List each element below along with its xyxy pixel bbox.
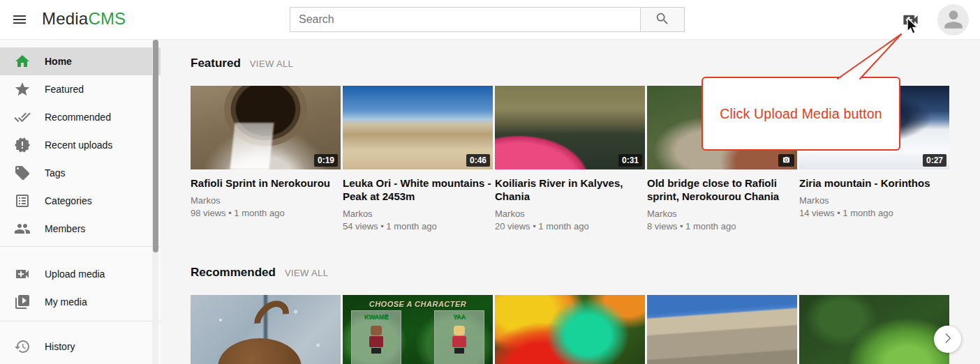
hamburger-menu-button[interactable]: [10, 10, 29, 30]
media-meta: 14 views • 1 month ago: [799, 207, 949, 220]
chevron-right-icon: [941, 331, 955, 347]
history-icon: [14, 338, 31, 355]
media-card[interactable]: CHOOSE A CHARACTER KWAME Selected YAA Se…: [343, 295, 493, 364]
app-logo[interactable]: MediaCMS: [42, 9, 126, 29]
duration-badge: 0:31: [618, 154, 642, 167]
done-all-icon: [14, 109, 31, 126]
home-icon: [14, 53, 31, 70]
members-icon: [14, 220, 31, 237]
pumpkin-stem-shape: [247, 295, 296, 343]
media-card[interactable]: 0:31 Koiliaris River in Kalyves, Chania …: [495, 86, 645, 233]
media-card[interactable]: 0:19 Rafioli Sprint in Nerokourou Markos…: [191, 86, 341, 233]
menu-icon: [11, 11, 28, 30]
upload-hint-tooltip: Click Upload Media button: [701, 77, 900, 151]
video-thumbnail[interactable]: [191, 295, 341, 364]
upload-media-button[interactable]: [900, 10, 921, 30]
sidebar: Home Featured Recommended Recent uploads…: [0, 40, 161, 364]
media-author[interactable]: Markos: [191, 195, 341, 207]
top-bar: MediaCMS: [0, 0, 980, 40]
character-sprite: [369, 326, 384, 354]
star-icon: [14, 81, 31, 98]
sidebar-scrollbar-thumb[interactable]: [153, 40, 158, 252]
sidebar-scrollbar-track[interactable]: [152, 40, 158, 364]
media-meta: 20 views • 1 month ago: [495, 220, 645, 233]
section-title: Recommended: [191, 266, 276, 280]
person-icon: [940, 6, 967, 36]
sidebar-item-label: Members: [45, 223, 85, 234]
featured-section-heading: Featured VIEW ALL: [191, 56, 293, 70]
sidebar-item-categories[interactable]: Categories: [0, 187, 161, 215]
media-author[interactable]: Markos: [495, 208, 645, 220]
categories-icon: [14, 192, 31, 209]
video-thumbnail[interactable]: [647, 295, 797, 364]
media-meta: 54 views • 1 month ago: [343, 220, 493, 233]
media-author[interactable]: Markos: [343, 208, 493, 220]
media-title[interactable]: Ziria mountain - Korinthos: [799, 176, 949, 190]
sidebar-item-featured[interactable]: Featured: [0, 75, 161, 103]
duration-badge: 0:27: [923, 154, 946, 167]
video-thumbnail[interactable]: CHOOSE A CHARACTER KWAME Selected YAA Se…: [343, 295, 493, 364]
recommended-view-all-link[interactable]: VIEW ALL: [285, 268, 328, 278]
video-thumbnail[interactable]: [495, 295, 645, 364]
video-call-icon: [901, 21, 920, 31]
upload-media-icon: [14, 266, 31, 282]
featured-view-all-link[interactable]: VIEW ALL: [250, 59, 293, 69]
video-thumbnail[interactable]: 0:31: [495, 86, 645, 169]
search-input[interactable]: [290, 7, 640, 32]
user-avatar[interactable]: [937, 4, 969, 36]
tag-icon: [14, 165, 31, 181]
video-thumbnail[interactable]: 0:19: [191, 86, 341, 169]
media-card[interactable]: [799, 295, 949, 364]
recommended-section-heading: Recommended VIEW ALL: [191, 266, 328, 280]
media-title[interactable]: Koiliaris River in Kalyves, Chania: [495, 176, 645, 203]
sidebar-item-home[interactable]: Home: [0, 47, 161, 75]
duration-badge: 0:46: [466, 154, 490, 167]
sidebar-item-label: History: [45, 341, 75, 352]
sidebar-item-members[interactable]: Members: [0, 215, 161, 243]
media-card[interactable]: [647, 295, 797, 364]
sidebar-item-my-media[interactable]: My media: [0, 288, 161, 316]
sidebar-item-label: My media: [45, 296, 87, 308]
character-name: KWAME: [352, 313, 401, 320]
sidebar-item-history[interactable]: History: [0, 333, 161, 361]
media-card[interactable]: 0:46 Leuka Ori - White mountains - Peak …: [343, 86, 493, 233]
media-meta: 98 views • 1 month ago: [191, 207, 341, 220]
sidebar-item-label: Home: [45, 56, 72, 67]
carousel-next-button[interactable]: [934, 326, 961, 353]
media-card[interactable]: [495, 295, 645, 364]
search-button[interactable]: [640, 7, 685, 32]
media-card[interactable]: [191, 295, 341, 364]
sidebar-item-label: Recent uploads: [45, 139, 112, 151]
video-thumbnail[interactable]: [799, 295, 949, 364]
media-meta: 8 views • 1 month ago: [647, 220, 797, 233]
logo-media-text: Media: [42, 9, 88, 28]
photo-badge: [778, 154, 794, 167]
search-icon: [655, 11, 670, 29]
sidebar-item-label: Tags: [45, 167, 66, 179]
video-thumbnail[interactable]: 0:46: [343, 86, 493, 169]
sidebar-item-label: Recommended: [45, 112, 111, 123]
sidebar-item-label: Featured: [45, 84, 84, 95]
new-releases-icon: [14, 137, 31, 153]
my-media-icon: [14, 294, 31, 310]
character-sprite: [452, 326, 467, 354]
section-title: Featured: [191, 56, 241, 70]
media-title[interactable]: Rafioli Sprint in Nerokourou: [191, 176, 341, 190]
media-title[interactable]: Old bridge close to Rafioli sprint, Nero…: [647, 176, 797, 203]
logo-cms-text: CMS: [88, 9, 126, 28]
sidebar-item-upload-media[interactable]: Upload media: [0, 260, 161, 288]
camera-icon: [782, 156, 791, 166]
sidebar-item-recommended[interactable]: Recommended: [0, 103, 161, 131]
search-bar: [290, 7, 685, 32]
sidebar-item-recent-uploads[interactable]: Recent uploads: [0, 131, 161, 159]
media-author[interactable]: Markos: [799, 195, 949, 207]
media-author[interactable]: Markos: [647, 208, 797, 220]
sidebar-item-label: Categories: [45, 195, 92, 206]
sidebar-item-tags[interactable]: Tags: [0, 159, 161, 187]
character-panel-left: KWAME Selected: [351, 310, 401, 364]
sidebar-item-label: Upload media: [45, 268, 105, 280]
character-panel-right: YAA Select: [434, 310, 484, 364]
pumpkin-shape: [218, 338, 302, 364]
character-name: YAA: [435, 313, 484, 320]
media-title[interactable]: Leuka Ori - White mountains - Peak at 24…: [343, 176, 493, 203]
